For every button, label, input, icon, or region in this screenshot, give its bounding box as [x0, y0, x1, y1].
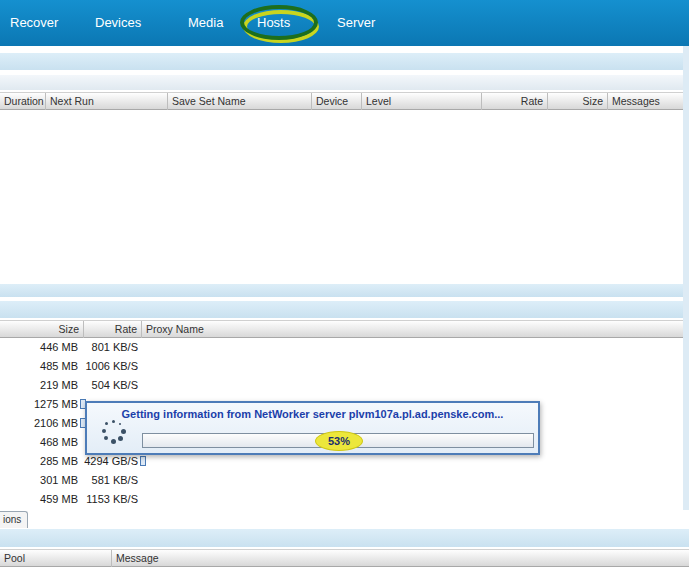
session-row[interactable]: 485 MB1006 KB/S	[0, 357, 689, 376]
top-nav: Recover Devices Media Hosts Server	[0, 0, 689, 46]
col-rate[interactable]: Rate	[482, 93, 548, 110]
col-proxy-name[interactable]: Proxy Name	[142, 321, 689, 338]
spinner-icon	[99, 417, 129, 447]
sessions-table-header: Size Rate Proxy Name	[0, 320, 689, 338]
col-pool[interactable]: Pool	[0, 550, 112, 567]
col-message[interactable]: Message	[112, 550, 689, 567]
col-next-run[interactable]: Next Run	[46, 93, 168, 110]
tab-sessions-partial[interactable]: ions	[0, 511, 28, 528]
tab-server[interactable]: Server	[337, 15, 375, 30]
col-session-rate[interactable]: Rate	[84, 321, 142, 338]
col-level[interactable]: Level	[362, 93, 482, 110]
toolbar-band	[0, 75, 689, 90]
sessions-toolbar-band	[0, 301, 689, 318]
panel-separator-band	[0, 284, 689, 297]
session-rate: 1153 KB/S	[78, 490, 138, 509]
session-size: 485 MB	[0, 357, 78, 376]
session-rate: 1006 KB/S	[78, 357, 138, 376]
session-size: 468 MB	[0, 433, 78, 452]
runs-table-header: Duration Next Run Save Set Name Device L…	[0, 92, 689, 110]
session-row[interactable]: 219 MB504 KB/S	[0, 376, 689, 395]
session-row[interactable]: 459 MB1153 KB/S	[0, 490, 689, 509]
col-device[interactable]: Device	[312, 93, 362, 110]
session-rate: 504 KB/S	[78, 376, 138, 395]
session-size: 219 MB	[0, 376, 78, 395]
col-messages[interactable]: Messages	[608, 93, 689, 110]
tab-hosts[interactable]: Hosts	[257, 15, 290, 30]
alerts-table-header: Pool Message	[0, 549, 689, 567]
session-size: 459 MB	[0, 490, 78, 509]
progress-dialog: Getting information from NetWorker serve…	[85, 401, 540, 455]
session-size: 446 MB	[0, 338, 78, 357]
col-duration[interactable]: Duration	[0, 93, 46, 110]
session-rate: 801 KB/S	[78, 338, 138, 357]
session-row[interactable]: 446 MB801 KB/S	[0, 338, 689, 357]
alerts-toolbar-band	[0, 529, 689, 547]
tab-recover[interactable]: Recover	[10, 15, 58, 30]
networker-console: { "nav": { "items": [ { "label": "Recove…	[0, 0, 689, 574]
tab-media[interactable]: Media	[188, 15, 223, 30]
col-save-set-name[interactable]: Save Set Name	[168, 93, 312, 110]
session-row[interactable]: 301 MB581 KB/S	[0, 471, 689, 490]
scrollbar-track[interactable]	[683, 46, 689, 510]
session-size: 2106 MB	[0, 414, 78, 433]
toolbar-band	[0, 53, 689, 70]
progress-dialog-title: Getting information from NetWorker serve…	[87, 408, 538, 420]
col-size[interactable]: Size	[548, 93, 608, 110]
tab-devices[interactable]: Devices	[95, 15, 141, 30]
col-session-size[interactable]: Size	[0, 321, 84, 338]
progress-percent-highlight: 53%	[315, 431, 363, 451]
progress-bar: 53%	[142, 433, 534, 448]
document-icon	[140, 456, 146, 466]
session-size: 1275 MB	[0, 395, 78, 414]
session-rate: 581 KB/S	[78, 471, 138, 490]
session-size: 285 MB	[0, 452, 78, 471]
session-size: 301 MB	[0, 471, 78, 490]
